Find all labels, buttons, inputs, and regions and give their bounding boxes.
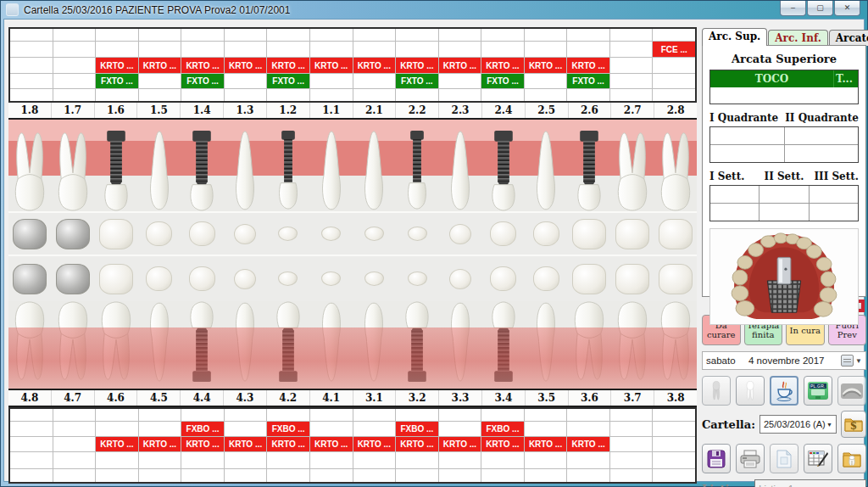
treatment-cell[interactable] — [481, 29, 525, 42]
java-button[interactable] — [770, 376, 798, 406]
treatment-cell[interactable] — [481, 89, 525, 101]
treatment-cell-fxbo[interactable]: FXBO ... — [396, 422, 439, 437]
treatment-cell[interactable] — [567, 42, 610, 58]
tooth-number-1.4[interactable]: 1.4 — [181, 103, 224, 118]
treatment-cell[interactable] — [353, 422, 397, 437]
treatment-cell[interactable] — [310, 74, 353, 89]
sett-cell[interactable] — [760, 186, 809, 203]
treatment-cell-krto[interactable]: KRTO ... — [96, 437, 139, 452]
occlusal-4.6[interactable] — [95, 256, 138, 301]
treatment-cell[interactable] — [481, 409, 525, 422]
treatment-cell[interactable] — [139, 452, 182, 469]
treatment-cell-krto[interactable]: KRTO ... — [439, 58, 482, 74]
treatment-toco[interactable]: TOCO — [710, 70, 834, 87]
treatment-cell[interactable] — [53, 469, 97, 482]
tooth-3.1-tooth[interactable] — [353, 301, 396, 389]
document-button[interactable] — [770, 444, 798, 473]
treatment-cell[interactable] — [439, 42, 482, 58]
tooth-number-4.6[interactable]: 4.6 — [95, 390, 138, 406]
treatment-cell[interactable] — [567, 409, 610, 422]
tooth-3.8-molar[interactable] — [654, 301, 697, 389]
treatment-cell[interactable] — [181, 89, 225, 101]
treatment-cell[interactable] — [525, 89, 568, 101]
tooth-number-4.7[interactable]: 4.7 — [52, 390, 95, 406]
treatment-cell[interactable] — [10, 437, 53, 452]
treatment-cell[interactable] — [396, 409, 439, 422]
occlusal-1.5[interactable] — [137, 213, 181, 255]
treatment-cell[interactable] — [10, 452, 53, 469]
treatment-cell[interactable] — [439, 29, 482, 42]
treatment-cell[interactable] — [439, 89, 482, 101]
treatment-cell[interactable] — [525, 29, 568, 42]
tooth-number-3.2[interactable]: 3.2 — [396, 390, 439, 406]
treatment-cell[interactable] — [310, 469, 353, 482]
treatment-cell-krto[interactable]: KRTO ... — [525, 437, 568, 452]
tooth-4.4-implant[interactable] — [181, 301, 224, 389]
treatment-cell[interactable] — [53, 29, 97, 42]
treatment-cell[interactable] — [610, 452, 654, 469]
plan-monitor-button[interactable]: PL.GR. — [804, 376, 832, 406]
tooth-4.3-tooth[interactable] — [224, 301, 267, 389]
treatment-cell-fxto[interactable]: FXTO ... — [396, 74, 439, 89]
treatment-cell[interactable] — [567, 469, 610, 482]
occlusal-3.4[interactable] — [481, 256, 525, 301]
tooth-number-1.1[interactable]: 1.1 — [310, 103, 353, 118]
treatment-cell[interactable] — [267, 89, 310, 101]
tooth-number-3.6[interactable]: 3.6 — [569, 390, 612, 406]
tooth-number-2.1[interactable]: 2.1 — [353, 103, 397, 118]
treatment-cell[interactable] — [96, 452, 139, 469]
treatment-cell-krto[interactable]: KRTO ... — [181, 437, 225, 452]
tooth-1.7-molar[interactable] — [52, 120, 95, 211]
print-button[interactable] — [736, 444, 765, 473]
treatment-cell[interactable] — [610, 89, 654, 101]
treatment-cell-krto[interactable]: KRTO ... — [481, 58, 525, 74]
table-edit-button[interactable] — [804, 444, 832, 473]
treatment-cell[interactable] — [653, 437, 695, 452]
occlusal-4.3[interactable] — [224, 256, 267, 301]
treatment-cell-fxbo[interactable]: FXBO ... — [267, 422, 310, 437]
treatment-cell[interactable] — [10, 42, 53, 58]
treatment-cell[interactable] — [353, 409, 397, 422]
date-picker[interactable]: sabato 4 novembre 2017 ▼ — [702, 351, 866, 370]
treatment-cell-krto[interactable]: KRTO ... — [310, 58, 353, 74]
occlusal-1.2[interactable] — [267, 213, 310, 255]
tooth-3.3-tooth[interactable] — [439, 301, 482, 389]
arch-treatment-empty-row[interactable] — [710, 87, 858, 104]
treatment-cell-krto[interactable]: KRTO ... — [96, 58, 139, 74]
treatment-cell[interactable] — [96, 89, 139, 101]
treatment-cell[interactable] — [610, 437, 654, 452]
treatment-cell-krto[interactable]: KRTO ... — [396, 58, 439, 74]
treatment-cell[interactable] — [353, 469, 397, 482]
occlusal-4.2[interactable] — [267, 256, 310, 301]
tooth-number-4.3[interactable]: 4.3 — [224, 390, 267, 406]
treatment-cell[interactable] — [10, 469, 53, 482]
occlusal-3.1[interactable] — [353, 256, 396, 301]
quadrante-cell[interactable] — [785, 145, 859, 162]
tooth-number-1.5[interactable]: 1.5 — [137, 103, 181, 118]
occlusal-3.3[interactable] — [439, 256, 482, 301]
treatment-cell-fxto[interactable]: FXTO ... — [567, 74, 610, 89]
treatment-cell-krto[interactable]: KRTO ... — [181, 58, 225, 74]
treatment-cell[interactable] — [139, 89, 182, 101]
treatment-cell-fxto[interactable]: FXTO ... — [96, 74, 139, 89]
treatment-cell-fce[interactable]: FCE ... — [653, 42, 695, 58]
treatment-cell[interactable] — [96, 409, 139, 422]
treatment-cell[interactable] — [181, 452, 225, 469]
treatment-cell-krto[interactable]: KRTO ... — [567, 437, 610, 452]
treatment-cell[interactable] — [396, 29, 439, 42]
occlusal-3.5[interactable] — [525, 256, 568, 301]
treatment-cell[interactable] — [181, 409, 225, 422]
tooth-number-2.6[interactable]: 2.6 — [569, 103, 612, 118]
treatment-cell-krto[interactable]: KRTO ... — [567, 58, 610, 74]
tooth-2.5-tooth[interactable] — [525, 120, 568, 211]
treatment-cell[interactable] — [10, 89, 53, 101]
treatment-cell[interactable] — [525, 422, 568, 437]
treatment-cell[interactable] — [267, 409, 310, 422]
treatment-cell-krto[interactable]: KRTO ... — [225, 437, 268, 452]
occlusal-3.7[interactable] — [611, 256, 654, 301]
occlusal-3.6[interactable] — [568, 256, 611, 301]
treatment-cell-krto[interactable]: KRTO ... — [267, 437, 310, 452]
treatment-cell[interactable] — [653, 29, 695, 42]
treatment-cell[interactable] — [10, 409, 53, 422]
tooth-1.4-implant[interactable] — [181, 120, 224, 211]
